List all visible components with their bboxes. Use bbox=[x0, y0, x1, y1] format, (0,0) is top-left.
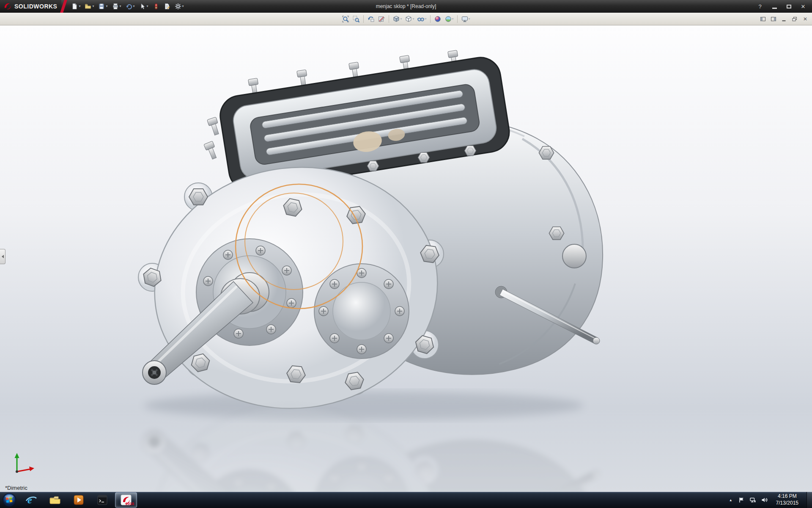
clock-date: 7/13/2015 bbox=[776, 500, 798, 507]
open-button[interactable]: ▾ bbox=[83, 1, 96, 11]
internet-explorer-taskbar-button[interactable]: e bbox=[20, 492, 42, 508]
pane-right-icon bbox=[771, 16, 776, 22]
pinned-task-icons: e bbox=[20, 492, 137, 508]
dropdown-arrow-icon[interactable]: ▾ bbox=[412, 17, 414, 21]
volume-button[interactable] bbox=[760, 496, 768, 504]
toolbar-separator bbox=[430, 15, 431, 23]
solidworks-logo[interactable]: SOLIDWORKS bbox=[0, 0, 61, 13]
zoom-fit-icon bbox=[342, 15, 349, 23]
dropdown-arrow-icon[interactable]: ▾ bbox=[120, 5, 121, 8]
minimize-icon bbox=[772, 8, 777, 9]
start-button[interactable] bbox=[2, 492, 17, 508]
rebuild-button[interactable] bbox=[151, 1, 161, 11]
graphics-area[interactable]: *Dimetric bbox=[0, 25, 812, 492]
hide-show-items-button[interactable]: ▾ bbox=[416, 14, 428, 25]
apply-scene-icon bbox=[444, 15, 452, 23]
taskbar-clock[interactable]: 4:16 PM 7/13/2015 bbox=[772, 493, 803, 506]
display-style-icon bbox=[405, 15, 412, 23]
command-prompt-taskbar-button[interactable] bbox=[91, 492, 113, 508]
options-button[interactable]: ▾ bbox=[173, 1, 186, 11]
view-orientation-label: *Dimetric bbox=[5, 485, 27, 491]
titlebar-toolbar: ▾ ▾ ▾ ▾ bbox=[69, 1, 185, 11]
dropdown-arrow-icon[interactable]: ▾ bbox=[400, 17, 402, 21]
network-button[interactable] bbox=[749, 496, 757, 504]
gearbox-model bbox=[138, 50, 603, 424]
view-settings-icon bbox=[461, 15, 469, 23]
previous-view-button[interactable] bbox=[366, 14, 376, 25]
pane-left-button[interactable] bbox=[760, 16, 766, 22]
maximize-icon bbox=[787, 5, 791, 8]
dropdown-arrow-icon[interactable]: ▾ bbox=[133, 5, 135, 8]
titlebar: SOLIDWORKS ▾ ▾ ▾ bbox=[0, 0, 812, 13]
zoom-fit-button[interactable] bbox=[340, 14, 351, 25]
dropdown-arrow-icon[interactable]: ▾ bbox=[147, 5, 148, 8]
zoom-area-button[interactable] bbox=[351, 14, 361, 25]
heads-up-bar: ▾ ▾ ▾ bbox=[0, 13, 812, 25]
options-gear-icon bbox=[175, 3, 181, 10]
restore-icon bbox=[792, 16, 798, 22]
media-player-taskbar-button[interactable] bbox=[68, 492, 90, 508]
dropdown-arrow-icon[interactable]: ▾ bbox=[452, 17, 454, 21]
section-view-icon bbox=[378, 15, 385, 23]
close-button[interactable]: ✕ bbox=[799, 3, 807, 10]
orientation-triad bbox=[11, 450, 36, 475]
select-button[interactable]: ▾ bbox=[137, 1, 150, 11]
system-tray: ▲ 4:16 PM 7/13/2015 bbox=[728, 492, 812, 508]
dropdown-arrow-icon[interactable]: ▾ bbox=[79, 5, 80, 8]
media-player-icon bbox=[72, 494, 85, 506]
window-title: menjac sklop * [Read-only] bbox=[376, 0, 436, 13]
tray-expand-button[interactable]: ▲ bbox=[728, 497, 734, 503]
file-explorer-taskbar-button[interactable] bbox=[44, 492, 66, 508]
action-center-flag-icon bbox=[738, 497, 745, 503]
hide-show-items-icon bbox=[417, 15, 425, 23]
dropdown-arrow-icon[interactable]: ▾ bbox=[425, 17, 426, 21]
show-desktop-button[interactable] bbox=[807, 492, 812, 508]
edit-appearance-button[interactable] bbox=[433, 14, 443, 25]
view-orientation-icon bbox=[392, 15, 400, 23]
document-window-controls: ✕ bbox=[760, 13, 809, 25]
previous-view-icon bbox=[367, 15, 375, 23]
windows-start-orb-icon bbox=[2, 493, 16, 507]
new-document-icon bbox=[71, 3, 78, 10]
dropdown-arrow-icon[interactable]: ▾ bbox=[92, 5, 94, 8]
minimize-icon bbox=[781, 16, 787, 22]
open-icon bbox=[85, 3, 91, 10]
dropdown-arrow-icon[interactable]: ▾ bbox=[469, 17, 470, 21]
clock-time: 4:16 PM bbox=[776, 493, 798, 500]
undo-button[interactable]: ▾ bbox=[124, 1, 137, 11]
view-orientation-button[interactable]: ▾ bbox=[391, 14, 403, 25]
collapsed-panel-tab[interactable] bbox=[0, 249, 5, 264]
solidworks-taskbar-button[interactable]: 2015 bbox=[115, 492, 137, 508]
view-settings-button[interactable]: ▾ bbox=[460, 14, 472, 25]
volume-icon bbox=[761, 497, 768, 503]
undo-icon bbox=[126, 3, 132, 10]
print-button[interactable]: ▾ bbox=[110, 1, 123, 11]
minimize-button[interactable] bbox=[771, 3, 778, 10]
pane-left-icon bbox=[760, 16, 766, 22]
section-view-button[interactable] bbox=[376, 14, 387, 25]
new-document-button[interactable]: ▾ bbox=[69, 1, 82, 11]
doc-close-button[interactable]: ✕ bbox=[802, 16, 809, 22]
action-center-button[interactable] bbox=[738, 496, 745, 504]
print-icon bbox=[112, 3, 119, 10]
brand-text: SOLIDWORKS bbox=[14, 3, 57, 10]
dropdown-arrow-icon[interactable]: ▾ bbox=[182, 5, 184, 8]
toolbar-separator bbox=[363, 15, 364, 23]
dropdown-arrow-icon[interactable]: ▾ bbox=[106, 5, 107, 8]
doc-restore-button[interactable] bbox=[791, 16, 798, 22]
svg-text:e: e bbox=[27, 494, 32, 505]
toolbar-separator bbox=[457, 15, 458, 23]
gearbox-3d-model[interactable] bbox=[0, 25, 812, 492]
help-button[interactable]: ? bbox=[756, 3, 764, 10]
apply-scene-button[interactable]: ▾ bbox=[443, 14, 455, 25]
doc-minimize-button[interactable] bbox=[781, 16, 787, 22]
maximize-button[interactable] bbox=[785, 3, 793, 10]
file-properties-icon bbox=[164, 3, 170, 10]
save-button[interactable]: ▾ bbox=[96, 1, 109, 11]
save-icon bbox=[98, 3, 105, 10]
edit-appearance-icon bbox=[434, 15, 442, 23]
file-properties-button[interactable] bbox=[162, 1, 172, 11]
display-style-button[interactable]: ▾ bbox=[403, 14, 415, 25]
ds-logo-icon bbox=[3, 2, 12, 11]
pane-right-button[interactable] bbox=[770, 16, 777, 22]
